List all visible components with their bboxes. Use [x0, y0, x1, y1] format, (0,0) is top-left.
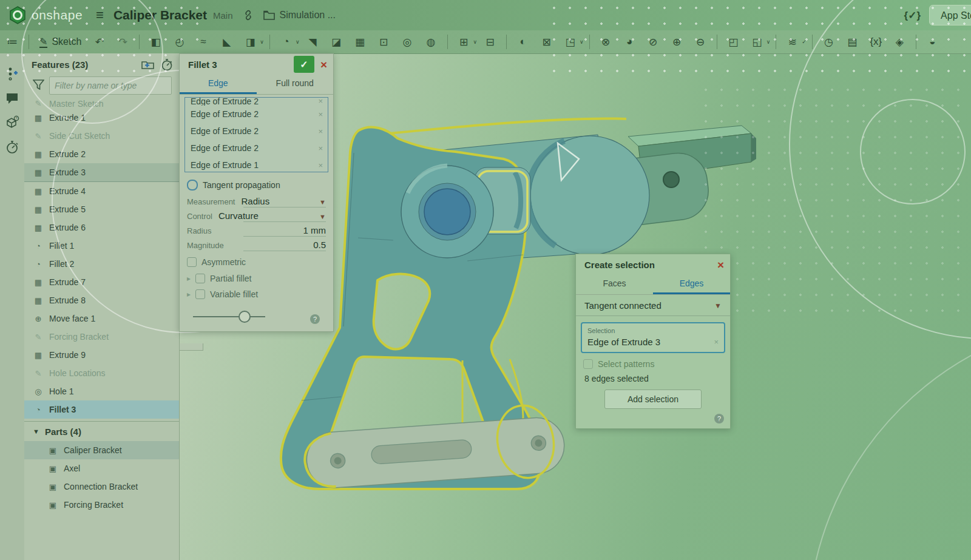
radius-field[interactable]: Radius1 mm — [180, 222, 333, 237]
chevron-down-icon[interactable]: ∨ — [580, 39, 584, 45]
drawing-icon[interactable]: ▤ — [844, 34, 861, 50]
part-row-connection-bracket[interactable]: ▣Connection Bracket — [24, 477, 179, 496]
replace-face-icon[interactable]: ⊖ — [692, 34, 709, 50]
feature-row-extrude-7[interactable]: ▦Extrude 7 — [24, 273, 179, 291]
revolve-icon[interactable]: ◴ — [171, 34, 188, 50]
feature-row-move-face-1[interactable]: ⊕Move face 1 — [24, 309, 179, 328]
modify-fillet-icon[interactable]: ◕ — [621, 34, 638, 50]
draft-icon[interactable]: ◪ — [328, 34, 345, 50]
rib-icon[interactable]: ▦ — [352, 34, 368, 50]
asymmetric-checkbox[interactable] — [187, 257, 197, 267]
transform-icon[interactable]: ◳ — [562, 34, 578, 50]
delete-part-icon[interactable]: ⊗ — [598, 34, 614, 50]
add-selection-button[interactable]: Add selection — [604, 390, 702, 409]
insert-version-icon[interactable] — [0, 62, 24, 86]
remove-edge-icon[interactable]: × — [318, 161, 323, 170]
delete-face-icon[interactable]: ⊘ — [645, 34, 661, 50]
redo-icon[interactable]: ↷ — [115, 34, 131, 50]
create-selection-close-icon[interactable]: × — [717, 259, 724, 271]
move-face-icon[interactable]: ⊕ — [669, 34, 685, 50]
hole-icon[interactable]: ◎ — [399, 34, 416, 50]
sweep-icon[interactable]: ≈ — [195, 34, 211, 50]
field-value[interactable]: 0.5 — [230, 240, 326, 250]
chamfer-icon[interactable]: ◥ — [305, 34, 321, 50]
expand-chevron-icon[interactable]: ▸ — [187, 274, 191, 283]
partial-fillet-row[interactable]: ▸Partial fillet — [180, 269, 333, 285]
fillet-icon[interactable]: ◔ — [278, 34, 294, 50]
measurement-field[interactable]: MeasurementRadius▼ — [180, 193, 333, 207]
feature-row-fillet-1[interactable]: ◔Fillet 1 — [24, 237, 179, 255]
help-icon[interactable]: ? — [714, 414, 724, 423]
select-patterns-checkbox[interactable] — [583, 359, 593, 369]
variable-fillet-checkbox[interactable] — [195, 289, 205, 299]
feature-row-extrude-4[interactable]: ▦Extrude 4 — [24, 182, 179, 200]
boundary-surface-icon[interactable]: ◱ — [749, 34, 765, 50]
feature-row-extrude-8[interactable]: ▦Extrude 8 — [24, 291, 179, 309]
undo-icon[interactable]: ↶ — [91, 34, 107, 50]
feature-row-fillet-2[interactable]: ◔Fillet 2 — [24, 255, 179, 273]
feature-row-hole-1[interactable]: ◎Hole 1 — [24, 382, 179, 400]
help-icon[interactable]: ? — [310, 314, 320, 324]
follow-mode-icon[interactable]: ? — [0, 110, 24, 135]
tab-edges[interactable]: Edges — [653, 275, 730, 294]
partial-fillet-checkbox[interactable] — [195, 274, 205, 283]
selected-edge-item[interactable]: Edge of Extrude 2× — [185, 140, 328, 157]
selected-edge-item[interactable]: Edge of Extrude 2× — [185, 106, 328, 123]
chevron-down-icon[interactable]: ∨ — [766, 39, 771, 45]
insert-feature-icon[interactable] — [141, 59, 155, 70]
field-value[interactable]: Radius — [241, 196, 314, 206]
feature-row-master-sketch[interactable]: ✎Master Sketch — [24, 99, 179, 109]
feature-row-fillet-3[interactable]: ◔Fillet 3 — [24, 400, 179, 419]
edge-selection-list[interactable]: Edge of Extrude 2×Edge of Extrude 2×Edge… — [184, 97, 328, 172]
feature-row-extrude-3[interactable]: ▦Extrude 3 — [24, 163, 179, 182]
sheet-metal-icon[interactable]: ≋ — [784, 34, 800, 50]
record-icon[interactable] — [0, 135, 24, 159]
variables-icon[interactable]: {x} — [868, 34, 884, 50]
dropdown-caret-icon[interactable]: ▼ — [319, 198, 326, 206]
selection-field[interactable]: Selection Edge of Extrude 3 × — [581, 322, 725, 353]
feature-row-hole-locations[interactable]: ✎Hole Locations — [24, 364, 179, 382]
check-icon[interactable]: ✓ — [802, 39, 807, 45]
part-row-forcing-bracket[interactable]: ▣Forcing Bracket — [24, 496, 179, 514]
selected-edge-item[interactable]: Edge of Extrude 2× — [185, 97, 328, 106]
remove-edge-icon[interactable]: × — [318, 144, 323, 153]
thread-icon[interactable]: ◍ — [423, 34, 439, 50]
app-store-button[interactable]: App Sto — [929, 5, 971, 25]
boolean-icon[interactable]: ◐ — [515, 34, 531, 50]
document-tab-simulation[interactable]: Simulation ... — [280, 10, 336, 21]
tab-edge[interactable]: Edge — [180, 75, 257, 94]
tab-full-round[interactable]: Full round — [257, 75, 334, 94]
onshape-logo[interactable]: onshape — [8, 6, 83, 24]
expand-chevron-icon[interactable]: ▸ — [187, 290, 191, 299]
feature-row-forcing-bracket[interactable]: ✎Forcing Bracket — [24, 328, 179, 346]
linear-pattern-icon[interactable]: ⊞ — [456, 34, 472, 50]
remove-selection-icon[interactable]: × — [714, 337, 719, 346]
split-icon[interactable]: ⊠ — [538, 34, 555, 50]
control-field[interactable]: ControlCurvature▼ — [180, 207, 333, 222]
feature-list-toggle-icon[interactable]: ≔ — [0, 35, 24, 49]
variable-fillet-row[interactable]: ▸Variable fillet — [180, 285, 333, 301]
selection-mode-dropdown[interactable]: Tangent connected ▼ — [576, 295, 730, 316]
instances-icon[interactable]: ◈ — [891, 34, 908, 50]
workspace-name[interactable]: Main — [213, 10, 233, 21]
offset-surface-icon[interactable]: ◰ — [725, 34, 742, 50]
chevron-down-icon[interactable]: ∨ — [473, 39, 478, 45]
part-row-caliper-bracket[interactable]: ▣Caliper Bracket — [24, 441, 179, 459]
extrude-icon[interactable]: ◧ — [147, 34, 164, 50]
feature-row-extrude-5[interactable]: ▦Extrude 5 — [24, 200, 179, 218]
remove-edge-icon[interactable]: × — [318, 97, 323, 106]
feature-row-side-cut-sketch[interactable]: ✎Side Cut Sketch — [24, 127, 179, 145]
part-row-axel[interactable]: ▣Axel — [24, 459, 179, 477]
tangent-propagation-checkbox[interactable] — [187, 180, 198, 191]
magnitude-field[interactable]: Magnitude0.5 — [180, 237, 333, 251]
rollback-timer-icon[interactable] — [161, 58, 173, 71]
thicken-icon[interactable]: ◨ — [242, 34, 259, 50]
share-link-icon[interactable] — [243, 10, 254, 21]
feature-filter-input[interactable] — [49, 76, 172, 95]
shell-icon[interactable]: ⊡ — [376, 34, 392, 50]
sketch-button[interactable]: ✎ Sketch — [39, 36, 81, 48]
loft-icon[interactable]: ◣ — [218, 34, 235, 50]
feature-row-extrude-6[interactable]: ▦Extrude 6 — [24, 218, 179, 237]
chevron-down-icon[interactable]: ∨ — [296, 39, 300, 45]
feature-row-extrude-1[interactable]: ▦Extrude 1 — [24, 109, 179, 127]
